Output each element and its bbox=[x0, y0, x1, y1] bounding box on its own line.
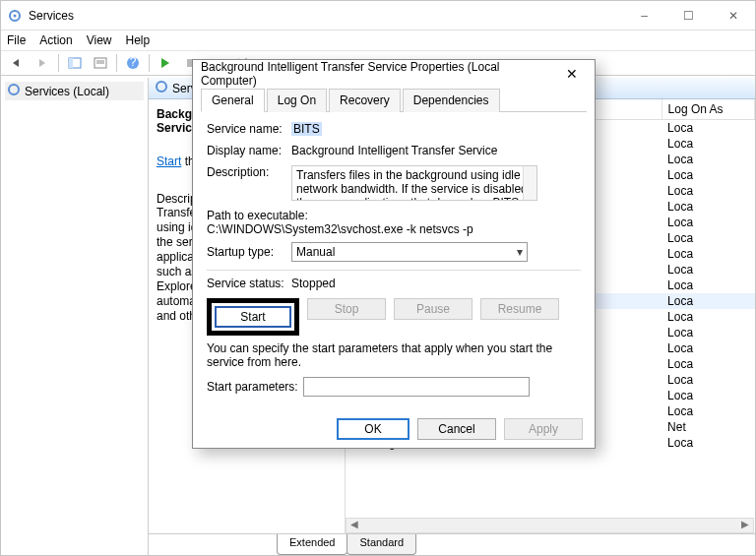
cell-logon: Loca bbox=[662, 293, 754, 309]
cell-logon: Loca bbox=[662, 435, 754, 451]
display-name-value: Background Intelligent Transfer Service bbox=[291, 144, 581, 157]
service-name-label: Service name: bbox=[207, 122, 291, 136]
nav-pane: Services (Local) bbox=[1, 78, 149, 555]
help-icon[interactable]: ? bbox=[121, 52, 145, 74]
dialog-title: Background Intelligent Transfer Service … bbox=[201, 60, 557, 88]
cell-logon: Loca bbox=[662, 262, 754, 278]
tab-recovery[interactable]: Recovery bbox=[329, 89, 401, 112]
nav-label: Services (Local) bbox=[25, 85, 109, 98]
start-highlight: Start bbox=[207, 298, 299, 336]
svg-text:?: ? bbox=[130, 56, 137, 69]
svg-point-13 bbox=[9, 85, 19, 94]
tab-logon[interactable]: Log On bbox=[267, 89, 327, 112]
show-hide-tree-button[interactable] bbox=[63, 52, 87, 74]
close-button[interactable]: ✕ bbox=[711, 5, 755, 27]
stop-button: Stop bbox=[307, 298, 386, 320]
menu-view[interactable]: View bbox=[87, 33, 112, 47]
desc-scrollbar[interactable] bbox=[523, 166, 536, 200]
display-name-label: Display name: bbox=[207, 144, 291, 157]
description-text: Transfers files in the background using … bbox=[296, 168, 531, 201]
menu-help[interactable]: Help bbox=[126, 33, 151, 47]
cancel-button[interactable]: Cancel bbox=[417, 418, 496, 440]
minimize-button[interactable]: – bbox=[622, 5, 666, 27]
gear-icon bbox=[155, 80, 168, 96]
forward-button[interactable] bbox=[31, 52, 54, 74]
cell-logon: Loca bbox=[662, 183, 754, 199]
service-status-label: Service status: bbox=[207, 277, 291, 290]
cell-logon: Loca bbox=[662, 356, 754, 372]
svg-rect-3 bbox=[69, 58, 73, 68]
startup-type-label: Startup type: bbox=[207, 245, 291, 259]
dialog-close-button[interactable]: ✕ bbox=[557, 66, 587, 82]
cell-logon: Loca bbox=[662, 246, 754, 262]
svg-point-14 bbox=[157, 82, 166, 92]
cell-logon: Loca bbox=[662, 230, 754, 246]
startup-type-value: Manual bbox=[296, 245, 335, 259]
cell-logon: Loca bbox=[662, 167, 754, 183]
start-param-hint: You can specify the start parameters tha… bbox=[207, 341, 581, 369]
horizontal-scrollbar[interactable] bbox=[346, 518, 754, 533]
description-label: Description: bbox=[207, 165, 291, 179]
path-value: C:\WINDOWS\System32\svchost.exe -k netsv… bbox=[207, 222, 581, 236]
start-link[interactable]: Start bbox=[157, 154, 181, 168]
cell-logon: Loca bbox=[662, 136, 754, 152]
resume-button: Resume bbox=[480, 298, 559, 320]
service-status-value: Stopped bbox=[291, 277, 581, 290]
cell-logon: Loca bbox=[662, 215, 754, 230]
startup-type-select[interactable]: Manual bbox=[291, 242, 528, 262]
svg-point-1 bbox=[14, 14, 17, 17]
gear-icon bbox=[7, 83, 21, 99]
cell-logon: Loca bbox=[662, 199, 754, 215]
menubar: File Action View Help bbox=[1, 31, 755, 50]
cell-logon: Loca bbox=[662, 372, 754, 388]
menu-action[interactable]: Action bbox=[39, 33, 72, 47]
gear-icon bbox=[7, 8, 23, 24]
cell-logon: Loca bbox=[662, 309, 754, 325]
cell-logon: Loca bbox=[662, 120, 754, 137]
properties-icon[interactable] bbox=[89, 52, 112, 74]
col-logon[interactable]: Log On As bbox=[662, 99, 754, 120]
pause-button: Pause bbox=[394, 298, 472, 320]
path-label: Path to executable: bbox=[207, 209, 581, 222]
nav-services-local[interactable]: Services (Local) bbox=[5, 82, 144, 100]
ok-button[interactable]: OK bbox=[337, 418, 410, 440]
tab-extended[interactable]: Extended bbox=[277, 534, 347, 555]
cell-logon: Loca bbox=[662, 388, 754, 403]
cell-logon: Loca bbox=[662, 325, 754, 340]
apply-button: Apply bbox=[504, 418, 583, 440]
cell-logon: Loca bbox=[662, 152, 754, 167]
description-box[interactable]: Transfers files in the background using … bbox=[291, 165, 537, 201]
cell-logon: Loca bbox=[662, 403, 754, 419]
window-title: Services bbox=[29, 9, 622, 23]
tab-standard[interactable]: Standard bbox=[346, 534, 416, 555]
titlebar: Services – ☐ ✕ bbox=[1, 1, 755, 31]
play-icon[interactable] bbox=[154, 52, 177, 74]
menu-file[interactable]: File bbox=[7, 33, 26, 47]
tab-general[interactable]: General bbox=[201, 89, 265, 112]
back-button[interactable] bbox=[5, 52, 29, 74]
properties-dialog: Background Intelligent Transfer Service … bbox=[192, 59, 596, 449]
start-button[interactable]: Start bbox=[215, 306, 291, 328]
start-params-input[interactable] bbox=[303, 377, 530, 397]
cell-logon: Loca bbox=[662, 340, 754, 356]
start-params-label: Start parameters: bbox=[207, 380, 303, 394]
tab-dependencies[interactable]: Dependencies bbox=[403, 89, 500, 112]
cell-logon: Net bbox=[662, 419, 754, 435]
service-name-value[interactable]: BITS bbox=[291, 122, 322, 136]
maximize-button[interactable]: ☐ bbox=[666, 5, 711, 27]
cell-logon: Loca bbox=[662, 278, 754, 293]
